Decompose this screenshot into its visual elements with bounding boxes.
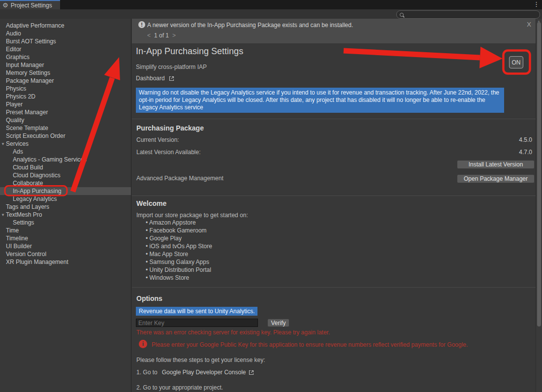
sidebar-item[interactable]: ▼ Services (0, 140, 131, 148)
sidebar-item[interactable]: ▼ Burst AOT Settings (0, 37, 131, 45)
sidebar-item[interactable]: ▼ Ads (0, 148, 131, 156)
pager-prev-button[interactable]: < (147, 32, 151, 39)
sidebar-item-label: In-App Purchasing (13, 188, 62, 195)
revenue-analytics-note: Revenue data will be sent to Unity Analy… (136, 307, 257, 316)
store-list-item: Amazon Appstore (146, 219, 212, 227)
settings-toolbar (0, 9, 542, 19)
sidebar-item[interactable]: ▼ Version Control (0, 250, 131, 258)
sidebar-item-label: Time (6, 227, 19, 234)
sidebar-item-label: Ads (13, 148, 23, 155)
sidebar-item[interactable]: ▼ Graphics (0, 53, 131, 61)
sidebar-item[interactable]: ▼ Tags and Layers (0, 203, 131, 211)
alert-bubble-icon: ! (138, 21, 145, 28)
external-link-icon[interactable] (248, 369, 255, 376)
sidebar-item-label: Memory Settings (6, 69, 50, 76)
store-list-item: Google Play (146, 234, 212, 242)
sidebar-item-label: Package Manager (6, 77, 54, 84)
sidebar-item[interactable]: ▼ Scene Template (0, 124, 131, 132)
tab-project-settings[interactable]: ⚙ Project Settings (0, 0, 60, 9)
sidebar-item[interactable]: ▼ Input Manager (0, 61, 131, 69)
sidebar-item-label: Graphics (6, 54, 30, 61)
sidebar-item-label: Timeline (6, 235, 28, 242)
sidebar-item[interactable]: ▼ Script Execution Order (0, 132, 131, 140)
current-version-value: 4.5.0 (519, 136, 532, 143)
scrollbar-thumb[interactable] (537, 22, 541, 327)
sidebar-item-label: Quality (6, 117, 24, 124)
open-package-manager-button[interactable]: Open Package Manager (457, 174, 535, 183)
sidebar-item[interactable]: ▼ Cloud Diagnostics (0, 171, 131, 179)
sidebar-item[interactable]: ▼ Legacy Analytics (0, 195, 131, 203)
sidebar-item-label: Input Manager (6, 62, 44, 68)
sidebar-item[interactable]: ▼ Adaptive Performance (0, 22, 131, 30)
sidebar-item[interactable]: ▼ Quality (0, 116, 131, 124)
search-box[interactable] (396, 10, 540, 19)
advanced-package-management-label: Advanced Package Management (136, 175, 223, 182)
sidebar-item-label: Services (6, 140, 29, 147)
google-public-key-warning: Please enter your Google Public Key for … (152, 341, 533, 348)
sidebar-item[interactable]: ▼ TextMesh Pro (0, 211, 131, 219)
settings-main-panel: ! A newer version of the In-App Purchasi… (132, 19, 542, 392)
foldout-icon[interactable]: ▼ (1, 140, 5, 148)
sidebar-item[interactable]: ▼ In-App Purchasing (0, 187, 131, 195)
iap-toggle-on-button[interactable]: ON (509, 56, 523, 68)
dashboard-link[interactable]: Dashboard (136, 75, 175, 82)
sidebar-item-label: Physics (6, 85, 26, 92)
sidebar-item-label: Script Execution Order (6, 132, 65, 139)
sidebar-item[interactable]: ▼ Player (0, 100, 131, 108)
license-step-2: 2. Go to your appropriate project. (136, 384, 223, 391)
legacy-analytics-warning: Warning do not disable the Legacy Analyt… (136, 88, 504, 113)
sidebar-item-label: Scene Template (6, 125, 48, 131)
store-list: Amazon Appstore Facebook Gameroom Google… (146, 219, 212, 282)
sidebar-item-label: Analytics - Gaming Services (13, 156, 87, 163)
step1-prefix: 1. Go to (136, 369, 158, 376)
search-input[interactable] (404, 12, 540, 18)
sidebar-item[interactable]: ▼ Editor (0, 45, 131, 53)
store-list-item: Unity Distribution Portal (146, 266, 212, 274)
latest-version-label: Latest Version Available: (136, 149, 201, 156)
sidebar-item[interactable]: ▼ Audio (0, 30, 131, 37)
gear-icon: ⚙ (2, 2, 8, 8)
sidebar-item-label: Preset Manager (6, 109, 48, 116)
sidebar-item-label: Audio (6, 30, 21, 37)
page-subtitle: Simplify cross-platform IAP (136, 64, 207, 70)
license-steps-intro: Please follow these steps to get your li… (136, 357, 265, 363)
sidebar-item-label: Cloud Diagnostics (13, 172, 61, 179)
store-list-item: Samsung Galaxy Apps (146, 258, 212, 266)
sidebar-item-label: UI Builder (6, 243, 32, 250)
sidebar-item-label: XR Plugin Management (6, 259, 68, 265)
google-play-console-link[interactable]: Google Play Developer Console (162, 369, 246, 376)
window-titlebar: ⚙ Project Settings ⋮ (0, 0, 542, 9)
sidebar-item[interactable]: ▼ Physics (0, 85, 131, 93)
welcome-heading: Welcome (136, 199, 166, 207)
notification-close-button[interactable]: X (527, 21, 531, 28)
vertical-scrollbar[interactable]: ▲ (536, 19, 542, 392)
kebab-menu-icon[interactable]: ⋮ (533, 0, 540, 8)
options-heading: Options (136, 294, 162, 302)
pager-label: 1 of 1 (154, 32, 169, 39)
sidebar-item-label: Physics 2D (6, 93, 35, 100)
purchasing-package-heading: Purchasing Package (136, 124, 204, 132)
sidebar-item[interactable]: ▼ Physics 2D (0, 93, 131, 100)
sidebar-item[interactable]: ▼ Timeline (0, 234, 131, 242)
sidebar-item[interactable]: ▼ Settings (0, 219, 131, 227)
notification-text: A newer version of the In-App Purchasing… (147, 22, 353, 29)
pager-next-button[interactable]: > (172, 32, 176, 39)
sidebar-item[interactable]: ▼ Memory Settings (0, 69, 131, 77)
sidebar-item[interactable]: ▼ Analytics - Gaming Services (0, 156, 131, 163)
store-list-item: iOS and tvOs App Store (146, 242, 212, 250)
install-latest-version-button[interactable]: Install Latest Version (457, 160, 535, 169)
verify-button[interactable]: Verify (267, 319, 289, 327)
sidebar-item[interactable]: ▼ UI Builder (0, 242, 131, 250)
foldout-icon[interactable]: ▼ (1, 211, 5, 219)
sidebar-item[interactable]: ▼ Preset Manager (0, 108, 131, 116)
sidebar-item[interactable]: ▼ Collaborate (0, 179, 131, 187)
package-update-notification: ! A newer version of the In-App Purchasi… (132, 19, 536, 43)
store-list-item: Facebook Gameroom (146, 227, 212, 234)
license-key-input[interactable] (136, 319, 258, 327)
sidebar-item[interactable]: ▼ Package Manager (0, 77, 131, 85)
sidebar-item-label: Adaptive Performance (6, 22, 64, 29)
sidebar-item[interactable]: ▼ Time (0, 227, 131, 234)
latest-version-row: Latest Version Available: 4.7.0 (136, 149, 532, 156)
sidebar-item[interactable]: ▼ Cloud Build (0, 163, 131, 171)
sidebar-item[interactable]: ▼ XR Plugin Management (0, 258, 131, 266)
